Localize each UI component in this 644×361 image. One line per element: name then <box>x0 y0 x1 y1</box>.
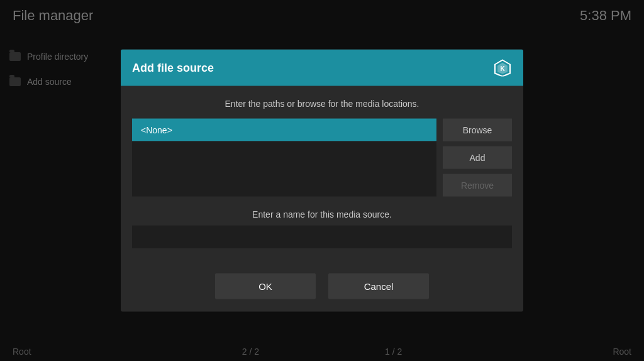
dialog-title: Add file source <box>132 61 214 74</box>
add-button[interactable]: Add <box>443 147 512 169</box>
dialog-subtitle: Enter the paths or browse for the media … <box>132 99 512 109</box>
svg-text:K: K <box>500 65 505 72</box>
dialog-content: <None> Browse Add Remove <box>132 119 512 197</box>
name-input[interactable] <box>132 226 512 248</box>
right-buttons: Browse Add Remove <box>443 119 512 197</box>
dialog-footer: OK Cancel <box>121 274 523 312</box>
dialog-body: Enter the paths or browse for the media … <box>121 86 523 274</box>
add-file-source-dialog: Add file source K Enter the paths or bro… <box>121 50 523 312</box>
kodi-logo: K <box>493 58 512 77</box>
name-label: Enter a name for this media source. <box>132 209 512 219</box>
left-panel: <None> <box>132 119 436 197</box>
path-list <box>132 142 436 197</box>
dialog-header: Add file source K <box>121 50 523 86</box>
cancel-button[interactable]: Cancel <box>328 274 429 299</box>
remove-button[interactable]: Remove <box>443 174 512 197</box>
name-section: Enter a name for this media source. <box>132 209 512 248</box>
ok-button[interactable]: OK <box>215 274 316 299</box>
path-input[interactable]: <None> <box>132 119 436 142</box>
browse-button[interactable]: Browse <box>443 119 512 142</box>
